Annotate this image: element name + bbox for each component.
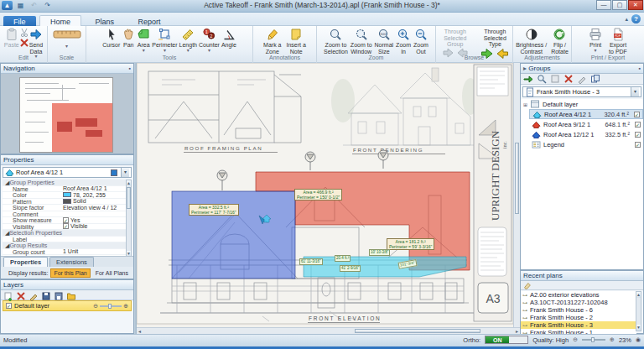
normal-size-button[interactable]: 100 Normal Size	[375, 27, 394, 55]
layer-visibility-checkbox[interactable]: ✓	[6, 303, 12, 309]
tree-row-roof-9-12[interactable]: Roof Area 9/12 1 648.1 ft.² ✓	[529, 119, 643, 129]
plan-selector-dropdown-icon[interactable]: ▾	[631, 87, 639, 96]
property-row-visibility[interactable]: Visibility✓Visible	[3, 224, 126, 231]
delete-icon[interactable]	[19, 38, 29, 48]
property-row-label[interactable]: Label	[3, 237, 126, 243]
edit-group-icon[interactable]	[550, 74, 560, 84]
minimize-ribbon-icon[interactable]: ▴	[625, 16, 628, 23]
zoom-minus-icon[interactable]: ⊖	[573, 336, 578, 343]
counter-button[interactable]: 12 Counter ▾	[199, 27, 220, 53]
plan-selector-combo[interactable]: Frank Smith House - 3 ▾	[522, 86, 641, 97]
layer-folder-icon[interactable]	[66, 291, 76, 301]
for-all-plans-button[interactable]: For All Plans	[93, 269, 131, 277]
red2-measurement-label[interactable]: Area = 181.2 ft.² Perimeter = 59' 3-3/16…	[387, 238, 434, 250]
minimize-button[interactable]: —	[596, 0, 611, 10]
cyan-dim-label-3[interactable]: 10' 10-3/8"	[369, 249, 390, 256]
navigation-thumbnail[interactable]	[19, 77, 113, 153]
length-dropdown-icon[interactable]: ▾	[187, 49, 190, 53]
perimeter-button[interactable]: Perimeter ▾	[152, 27, 177, 53]
cyan-area-label[interactable]: 20.4 ft.²	[335, 255, 351, 262]
zoom-in-button[interactable]: Zoom In	[396, 27, 411, 55]
recent-plans-scrollbar[interactable]: ▲ ▼	[636, 291, 641, 331]
tree-row-roof-12-12[interactable]: Roof Area 12/12 1 332.5 ft.² ✓	[529, 129, 643, 139]
tree-row-layer[interactable]: ⊞ Default layer	[521, 99, 643, 109]
duplicate-group-icon[interactable]	[590, 74, 600, 84]
navigation-viewport-overlay[interactable]	[52, 103, 112, 152]
plan-canvas[interactable]: ROOF FRAMING PLAN FRONT RENDERING	[137, 63, 513, 327]
recent-plan-item[interactable]: ⊶Frank Smith House - 2	[521, 314, 636, 321]
ortho-toggle[interactable]: ON	[485, 336, 528, 344]
zoom-slider[interactable]	[582, 339, 605, 341]
recent-plan-item-selected[interactable]: ⊶Frank Smith House - 3	[521, 321, 636, 329]
area-button[interactable]: Area ▾	[137, 27, 150, 53]
tree-row-roof-4-12[interactable]: Roof Area 4/12 1 320.4 ft.² ✓	[529, 109, 643, 119]
rename-layer-icon[interactable]	[29, 291, 39, 301]
for-this-plan-button[interactable]: For this Plan	[50, 268, 90, 278]
angle-button[interactable]: Angle	[221, 27, 236, 49]
red-measurement-label[interactable]: Area = 466.9 ft.² Perimeter = 150' 0-1/2…	[294, 189, 342, 201]
brightness-contrast-button[interactable]: Brightness / Contrast	[516, 27, 547, 55]
tree-row-legend[interactable]: Legend ✓	[529, 139, 643, 149]
go-to-group-icon[interactable]	[523, 74, 533, 84]
group-selector-combo[interactable]: Roof Area 4/12 1 ▾	[3, 167, 132, 178]
visibility-checkbox[interactable]: ✓	[63, 223, 69, 229]
save-layer-icon[interactable]	[41, 291, 51, 301]
property-row-color[interactable]: Color78, 202, 255	[3, 192, 126, 199]
group-visible-checkbox[interactable]: ✓	[635, 142, 641, 148]
navigation-pin-icon[interactable]: ▪	[129, 65, 131, 71]
cyan-dim-label-2[interactable]: 41' 2-9/16"	[340, 265, 361, 272]
through-selected-group-button[interactable]: Through Selected Group	[436, 27, 475, 58]
delete-group-icon[interactable]	[564, 74, 574, 84]
scale-dropdown-icon[interactable]: ▾	[65, 44, 68, 49]
property-row-slope[interactable]: Slope factorElevation view 4 / 12	[3, 205, 126, 211]
pan-button[interactable]: Pan	[122, 27, 135, 49]
cursor-button[interactable]: Cursor	[102, 27, 120, 49]
recent-plan-item[interactable]: ⊶A2.00 exterior elevations	[521, 291, 636, 299]
canvas-vertical-scrollbar[interactable]	[513, 63, 520, 327]
groups-pin-icon[interactable]: ▪	[639, 65, 641, 71]
maximize-button[interactable]: ▢	[612, 0, 627, 10]
cut-icon[interactable]	[19, 28, 29, 38]
scale-button[interactable]: ▾	[53, 27, 81, 49]
counter-dropdown-icon[interactable]: ▾	[208, 49, 210, 53]
close-button[interactable]: ✕	[628, 0, 643, 10]
area-dropdown-icon[interactable]: ▾	[143, 49, 145, 53]
length-button[interactable]: Length ▾	[179, 27, 197, 53]
scroll-down-icon[interactable]: ▼	[636, 325, 641, 331]
cyan-dim-label-1[interactable]: 61' 11-3/16"	[299, 258, 323, 265]
clear-recent-icon[interactable]	[523, 281, 532, 289]
layer-row-default[interactable]: ✓ Default layer ⊖⊕	[3, 300, 132, 311]
print-button[interactable]: Print ▾	[589, 27, 602, 53]
zoom-group-icon[interactable]	[537, 74, 547, 84]
blue-measurement-label[interactable]: Area = 332.5 ft.² Perimeter = 117' 7-7/1…	[189, 204, 239, 216]
mark-a-zone-button[interactable]: Mark a Zone	[263, 27, 281, 55]
recent-plan-item[interactable]: ⊶A3.10CT-20131227-102048	[521, 299, 636, 306]
paste-button[interactable]: Paste	[4, 27, 19, 49]
zoom-plus-icon[interactable]: ⊕	[610, 336, 615, 343]
property-row-name[interactable]: NameRoof Area 4/12 1	[3, 186, 126, 193]
group-visible-checkbox[interactable]: ✓	[634, 112, 640, 117]
print-dropdown-icon[interactable]: ▾	[595, 49, 597, 53]
scroll-up-icon[interactable]: ▲	[636, 292, 641, 298]
quality-indicator[interactable]: Quality: High	[532, 336, 569, 344]
canvas-horizontal-scrollbar[interactable]: ◂ ▸	[137, 327, 520, 334]
delete-layer-icon[interactable]	[16, 291, 26, 301]
properties-scrollbar[interactable]: ▲ ▼	[126, 180, 132, 258]
flip-rotate-button[interactable]: Flip / Rotate	[551, 27, 569, 55]
scroll-up-icon[interactable]: ▲	[127, 180, 131, 186]
group-visible-checkbox[interactable]: ✓	[635, 122, 641, 128]
tree-expand-icon[interactable]: ⊞	[523, 102, 527, 107]
zoom-to-selection-button[interactable]: Zoom to Selection	[324, 27, 348, 55]
group-visible-checkbox[interactable]: ✓	[635, 132, 641, 138]
load-layer-icon[interactable]	[54, 291, 64, 301]
perimeter-dropdown-icon[interactable]: ▾	[164, 49, 166, 53]
tab-extensions[interactable]: Extensions	[49, 257, 94, 267]
help-icon[interactable]: ?	[631, 14, 641, 23]
rename-group-icon[interactable]	[577, 74, 587, 84]
recent-plan-item[interactable]: ⊶Frank Smith House - 6	[521, 306, 636, 314]
zoom-to-window-button[interactable]: Zoom to Window	[351, 27, 372, 55]
insert-a-note-button[interactable]: Insert a Note	[287, 27, 306, 55]
group-selector-dropdown-icon[interactable]: ▾	[121, 168, 129, 177]
fit-view-icon[interactable]: ◉	[636, 336, 641, 343]
tab-properties[interactable]: Properties	[3, 257, 48, 267]
